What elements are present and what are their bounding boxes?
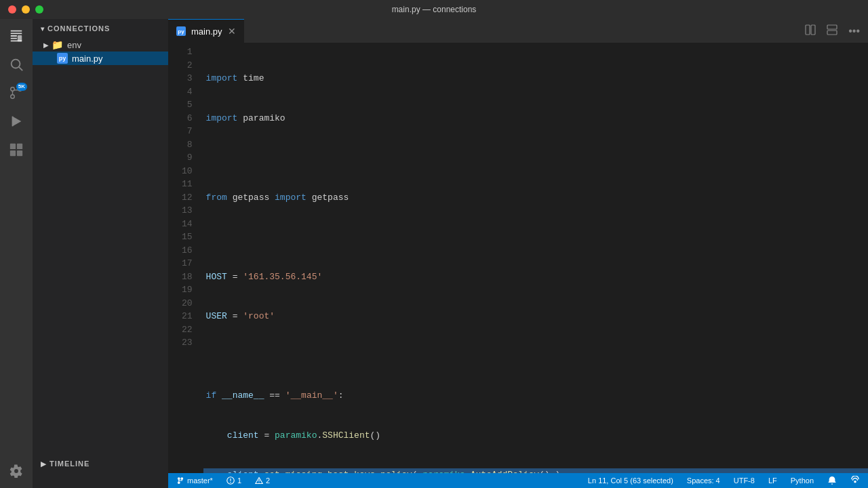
layout-icon[interactable] [824, 22, 840, 41]
mainpy-label: main.py [72, 54, 103, 64]
svg-rect-15 [811, 25, 815, 35]
line-numbers: 1 2 3 4 5 6 7 8 9 10 11 12 13 14 15 16 1… [168, 43, 203, 473]
status-bar: master* 1 2 Ln 11, Col 5 (63 selected) S… [168, 473, 868, 488]
tab-py-icon: py [176, 26, 186, 36]
code-line-10: client = paramiko.SSHClient() [203, 429, 868, 443]
indentation-status[interactable]: Spaces: 4 [684, 473, 723, 488]
timeline-arrow: ▶ [41, 460, 47, 468]
code-line-7: USER = 'root' [203, 310, 868, 323]
status-right: Ln 11, Col 5 (63 selected) Spaces: 4 UTF… [585, 473, 868, 488]
svg-rect-17 [827, 30, 837, 35]
code-line-5 [203, 230, 868, 244]
encoding: UTF-8 [734, 476, 755, 485]
code-line-2: import paramiko [203, 112, 868, 125]
minimize-button[interactable] [22, 5, 30, 14]
mainpy-file-icon: py [57, 53, 68, 64]
explorer-section-header[interactable]: ▾ CONNECTIONS [33, 19, 168, 38]
svg-point-27 [258, 482, 259, 483]
env-chevron-icon: ▶ [43, 41, 49, 49]
indentation: Spaces: 4 [687, 476, 720, 485]
tab-mainpy[interactable]: py main.py ✕ [168, 19, 244, 43]
editor-area: py main.py ✕ ••• 1 2 3 4 5 [168, 19, 868, 488]
svg-rect-16 [827, 25, 837, 29]
svg-point-19 [178, 481, 180, 484]
svg-point-20 [180, 477, 183, 480]
cursor-position-status[interactable]: Ln 11, Col 5 (63 selected) [585, 473, 676, 488]
errors-count: 1 [237, 476, 241, 485]
code-line-8 [203, 350, 868, 363]
status-left: master* 1 2 [168, 473, 273, 488]
svg-rect-13 [17, 150, 22, 156]
svg-rect-14 [806, 25, 810, 35]
line-ending-status[interactable]: LF [766, 473, 780, 488]
close-button[interactable] [8, 5, 16, 14]
code-editor[interactable]: 1 2 3 4 5 6 7 8 9 10 11 12 13 14 15 16 1… [168, 43, 868, 473]
branch-name: master* [187, 476, 213, 485]
code-line-9: if __name__ == '__main__': [203, 389, 868, 403]
search-activity-icon[interactable] [5, 53, 28, 76]
more-actions-icon[interactable]: ••• [846, 22, 863, 40]
env-label: env [67, 40, 81, 50]
broadcast-status[interactable] [848, 473, 863, 488]
warnings-status[interactable]: 2 [252, 473, 273, 488]
language: Python [791, 476, 814, 485]
settings-activity-icon[interactable] [5, 460, 28, 483]
svg-rect-11 [17, 144, 22, 149]
svg-rect-0 [18, 35, 22, 41]
notifications-status[interactable] [825, 473, 840, 488]
app-container: 5K ▾ CONNECTIONS ▶ 📁 env py main.py [0, 19, 868, 488]
timeline-title: TIMELINE [50, 460, 90, 468]
svg-rect-12 [10, 150, 16, 156]
split-editor-icon[interactable] [802, 22, 818, 41]
env-folder-icon: 📁 [52, 39, 63, 50]
branch-status[interactable]: master* [174, 473, 216, 488]
language-status[interactable]: Python [788, 473, 816, 488]
encoding-status[interactable]: UTF-8 [731, 473, 757, 488]
timeline-section-header[interactable]: ▶ TIMELINE [33, 454, 168, 473]
source-control-activity-icon[interactable]: 5K [5, 81, 28, 104]
svg-point-4 [11, 95, 15, 99]
tab-close-icon[interactable]: ✕ [228, 26, 236, 37]
svg-point-24 [230, 482, 231, 483]
run-activity-icon[interactable] [5, 110, 28, 133]
svg-rect-10 [10, 144, 16, 149]
tab-bar: py main.py ✕ ••• [168, 19, 868, 43]
svg-point-3 [11, 87, 15, 92]
cursor-position: Ln 11, Col 5 (63 selected) [588, 476, 673, 485]
code-line-6: HOST = '161.35.56.145' [203, 270, 868, 284]
explorer-arrow: ▾ [41, 25, 45, 33]
source-control-badge: 5K [16, 83, 27, 91]
sidebar-item-env[interactable]: ▶ 📁 env [33, 38, 168, 52]
activity-bar: 5K [0, 19, 33, 488]
sidebar-item-mainpy[interactable]: py main.py [33, 52, 168, 65]
titlebar: main.py — connections [0, 0, 868, 19]
svg-line-2 [19, 67, 22, 70]
svg-point-1 [12, 60, 20, 68]
code-line-3 [203, 151, 868, 165]
line-ending: LF [768, 476, 777, 485]
code-line-1: import time [203, 72, 868, 85]
extensions-activity-icon[interactable] [5, 138, 28, 161]
window-title: main.py — connections [392, 5, 477, 14]
tab-mainpy-label: main.py [191, 26, 222, 37]
window-controls[interactable] [8, 5, 43, 14]
code-line-11: client.set_missing_host_keys_policy( par… [203, 468, 868, 473]
svg-marker-8 [13, 117, 22, 127]
errors-status[interactable]: 1 [224, 473, 244, 488]
sidebar: ▾ CONNECTIONS ▶ 📁 env py main.py ▶ TIMEL… [33, 19, 168, 488]
code-content[interactable]: import time import paramiko from getpass… [203, 43, 868, 473]
explorer-title: CONNECTIONS [47, 24, 110, 33]
warnings-count: 2 [266, 476, 270, 485]
svg-point-18 [178, 477, 180, 480]
tab-actions: ••• [802, 19, 868, 43]
explorer-activity-icon[interactable] [5, 24, 28, 47]
code-line-4: from getpass import getpass [203, 191, 868, 205]
maximize-button[interactable] [35, 5, 43, 14]
svg-point-28 [854, 481, 856, 483]
